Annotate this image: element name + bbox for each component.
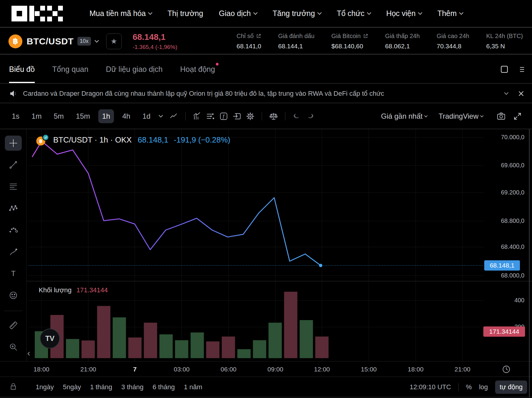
- right-edge-border: [529, 129, 530, 397]
- range-1mo[interactable]: 1 tháng: [90, 383, 112, 391]
- measure-ruler-tool[interactable]: [5, 318, 22, 333]
- nav-item-markets[interactable]: Thị trường: [167, 9, 203, 18]
- layout-square-icon[interactable]: [500, 65, 508, 73]
- volume-tag: 171.34144: [483, 326, 525, 337]
- timeframe-5m[interactable]: 5m: [50, 109, 68, 123]
- replay-icon[interactable]: [230, 110, 244, 122]
- price-tick: 69.600,0: [482, 162, 524, 169]
- nav-item-more[interactable]: Thêm: [437, 9, 463, 18]
- tab-trading-data[interactable]: Dữ liệu giao dịch: [106, 56, 163, 83]
- zoom-in-tool[interactable]: [5, 339, 22, 355]
- fullscreen-icon[interactable]: [511, 110, 524, 122]
- percent-scale-toggle[interactable]: %: [466, 383, 472, 391]
- speaker-icon: [9, 89, 18, 98]
- emoji-tool[interactable]: [5, 288, 22, 303]
- fibonacci-tool[interactable]: [5, 179, 22, 194]
- price-change-24h: -1.365,4 (-1,96%): [133, 44, 177, 50]
- nav-items: Mua tiền mã hóa Thị trường Giao dịch Tăn…: [89, 9, 463, 18]
- nav-item-trade[interactable]: Giao dịch: [219, 9, 257, 18]
- price-tick: 68.000,0: [482, 272, 524, 279]
- undo-icon[interactable]: [290, 110, 303, 122]
- settings-gear-icon[interactable]: [244, 110, 257, 122]
- range-1y[interactable]: 1 năm: [184, 383, 202, 391]
- news-close-icon[interactable]: [518, 91, 524, 97]
- last-price: 68.148,1: [133, 32, 177, 42]
- time-tick: 09:00: [268, 366, 284, 373]
- pair-selector-chevron-icon[interactable]: [95, 38, 99, 42]
- brush-tool[interactable]: [5, 244, 22, 259]
- chevron-down-icon: [148, 10, 152, 14]
- nav-item-institutional[interactable]: Tổ chức: [337, 9, 371, 18]
- price-mode-select[interactable]: Giá gần nhất: [381, 112, 427, 120]
- timeframe-1m[interactable]: 1m: [28, 109, 45, 123]
- okx-trading-page: Mua tiền mã hóa Thị trường Giao dịch Tăn…: [0, 0, 532, 398]
- camera-snapshot-icon[interactable]: [495, 110, 508, 122]
- utc-clock[interactable]: 12:09:10 UTC: [410, 383, 451, 391]
- toolbar-collapse-icon[interactable]: ‹: [27, 348, 30, 358]
- auto-scale-toggle[interactable]: tự động: [495, 380, 527, 394]
- chevron-down-icon: [367, 10, 371, 14]
- tradingview-watermark: TV: [40, 329, 60, 348]
- news-headline[interactable]: Cardano và Draper Dragon đã cùng nhau th…: [23, 90, 496, 98]
- price-tick: 68.800,0: [482, 217, 524, 224]
- time-tick: 21:00: [455, 366, 471, 373]
- chevron-down-icon: [253, 10, 258, 14]
- volume-label: Khối lượng: [39, 286, 72, 294]
- crosshair-tool[interactable]: [5, 136, 22, 151]
- range-3mo[interactable]: 3 tháng: [121, 383, 143, 391]
- external-link-icon[interactable]: [363, 34, 368, 39]
- redo-icon[interactable]: [303, 110, 317, 122]
- legend-change: -191,9 (−0.28%): [174, 135, 230, 145]
- time-tick: 06:00: [221, 366, 237, 373]
- timeframe-1h[interactable]: 1h: [98, 109, 114, 123]
- chart-type-icon[interactable]: [167, 110, 180, 122]
- timeframe-4h[interactable]: 4h: [118, 109, 134, 123]
- functions-icon[interactable]: ƒ: [217, 110, 230, 122]
- leverage-badge[interactable]: 10x: [77, 37, 91, 46]
- nav-item-buy-crypto[interactable]: Mua tiền mã hóa: [89, 9, 152, 18]
- vendor-select[interactable]: TradingView: [439, 112, 483, 120]
- pattern-tool[interactable]: [5, 201, 22, 216]
- trend-line-tool[interactable]: [5, 157, 22, 172]
- timeframe-more-chevron-icon[interactable]: [159, 113, 163, 117]
- timezone-clock-icon[interactable]: [502, 365, 511, 375]
- pair-name: BTC/USDT: [27, 36, 74, 47]
- indicators-icon[interactable]: [190, 110, 204, 122]
- notification-dot: [216, 63, 219, 66]
- bitcoin-icon: ฿: [8, 34, 22, 48]
- svg-text:T: T: [11, 269, 15, 278]
- nav-item-grow[interactable]: Tăng trưởng: [273, 9, 321, 18]
- log-scale-toggle[interactable]: log: [479, 383, 488, 391]
- nav-item-academy[interactable]: Học viện: [386, 9, 422, 18]
- price-volume-plot[interactable]: [0, 129, 532, 361]
- timeframe-15m[interactable]: 15m: [72, 109, 94, 123]
- okx-logo[interactable]: [11, 5, 63, 22]
- news-expand-chevron-icon[interactable]: [504, 90, 508, 95]
- tab-overview[interactable]: Tổng quan: [52, 56, 89, 83]
- timeframe-1d[interactable]: 1d: [138, 109, 154, 123]
- swap-icon: ⇄: [42, 134, 49, 141]
- time-tick: 18:00: [408, 366, 424, 373]
- star-icon: ★: [111, 37, 117, 46]
- tab-chart[interactable]: Biểu đồ: [9, 56, 35, 83]
- time-axis[interactable]: 18:00 21:00 7 03:00 06:00 09:00 12:00 15…: [0, 361, 532, 377]
- favorite-star-button[interactable]: ★: [106, 34, 122, 49]
- chart-canvas[interactable]: [0, 129, 532, 361]
- forecast-tool[interactable]: [5, 223, 22, 238]
- timeframe-1s[interactable]: 1s: [8, 109, 23, 123]
- menu-lines-icon[interactable]: [519, 66, 525, 73]
- stat-low-24h: Giá thấp 24h 68.062,1: [385, 33, 420, 50]
- external-link-icon[interactable]: [256, 34, 261, 39]
- volume-header: Khối lượng 171.34144: [39, 286, 108, 294]
- range-6mo[interactable]: 6 tháng: [153, 383, 175, 391]
- scales-icon[interactable]: [267, 110, 280, 122]
- text-tool[interactable]: T: [5, 266, 22, 281]
- price-tick: 70.000,0: [482, 134, 524, 141]
- lock-icon[interactable]: [9, 382, 18, 392]
- range-1d[interactable]: 1ngày: [36, 383, 54, 391]
- tab-activity[interactable]: Hoạt động: [180, 56, 215, 83]
- range-5d[interactable]: 5ngày: [63, 383, 81, 391]
- chart-footer: 1ngày 5ngày 1 tháng 3 tháng 6 tháng 1 nă…: [0, 377, 532, 397]
- compare-icon[interactable]: [204, 110, 217, 122]
- drawing-toolbar: T: [0, 129, 27, 361]
